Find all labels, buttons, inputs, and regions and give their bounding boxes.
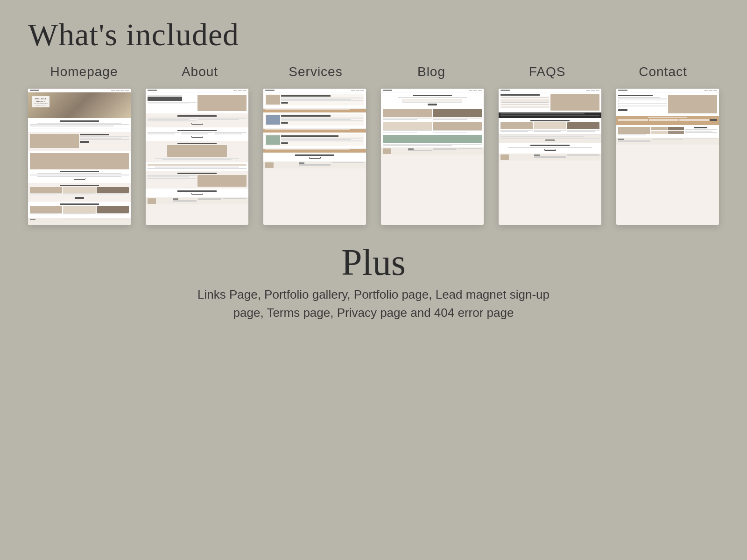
nav-link-3 [243,90,247,91]
blog-img-5 [383,135,482,143]
services-footer [263,161,366,168]
mock-line [383,145,452,146]
about-faq [146,189,248,197]
service-btn-1 [281,102,288,104]
mock-footer [28,218,131,225]
mock-svc-3 [97,206,129,216]
mock-line [383,130,432,131]
contact-band-inputs [618,119,717,121]
main-container: What's included Homepage About Services … [0,0,747,560]
footer-col-3 [567,154,599,156]
mock-thumb-1 [30,187,62,193]
blog-img-1 [383,109,432,117]
faq-line-1 [501,98,549,98]
cta-col-1 [148,132,180,135]
faq-line-5 [501,107,549,107]
blog-subscribe-btn [428,104,437,105]
nav-link-2 [238,90,242,91]
band-input-2 [649,119,679,121]
footer-link [63,221,96,221]
about-cta-section [146,127,248,141]
gallery-sm-4 [668,131,684,134]
blog-caption-1 [383,118,432,121]
mock-line [534,131,561,132]
gallery-col-2 [651,127,684,136]
mock-line [80,136,129,137]
gallery-col-3 [685,127,717,136]
about-hero-cols [148,95,247,111]
mock-line [383,118,432,119]
faq-item-3 [500,101,550,103]
nav-link-2 [116,90,120,91]
services-faq-btn [309,157,321,159]
about-img-col [197,95,247,111]
mock-line [281,140,363,141]
about-preview [146,89,248,225]
faqs-proud-cols [500,122,599,133]
mock-line [63,195,91,196]
nav-link-2 [709,90,712,91]
nav-link-1 [586,90,590,91]
services-faq [263,153,366,161]
service-item-3 [265,134,364,146]
footer-img-1 [265,162,274,168]
mock-line [155,167,239,168]
faq-item-4 [500,104,550,105]
mock-line [398,97,467,98]
about-engaged-img [167,145,226,157]
contact-logo [618,90,627,91]
footer-img-1 [148,198,156,204]
about-faq-heading [177,190,217,192]
blog-header [381,92,484,109]
mock-line [148,175,197,176]
contact-input-2 [618,103,667,105]
faq-item-2 [500,99,550,101]
proud-img-3 [567,122,599,129]
nav-link-3 [596,90,599,91]
footer-col-1 [500,154,533,160]
faqs-preview [499,89,601,225]
service-btn-2 [281,122,288,124]
blog-subscribe [402,99,462,103]
contact-form-col [618,95,667,113]
mock-line [37,176,121,177]
mock-line [281,120,363,121]
mock-heading-5 [60,203,99,205]
mock-col-2 [63,187,95,196]
mock-line [508,147,592,148]
cta-col-2 [181,132,213,135]
label-homepage: Homepage [33,64,135,79]
footer-col-2 [299,162,331,166]
footer-link [97,219,129,219]
footer-link [30,222,62,222]
mock-svc-img-2 [63,206,95,213]
label-blog: Blog [380,64,483,79]
footer-link [299,164,331,165]
mock-line [433,118,482,119]
expect-col-2 [197,175,247,187]
mock-line [148,120,197,121]
about-text-col [148,95,197,111]
footer-link [534,157,566,158]
mock-line [30,175,129,175]
gallery-sm-1 [651,127,667,130]
mock-line [148,102,197,103]
footer-col-3 [332,162,364,163]
footer-col-3 [433,148,457,150]
proud-col-3 [567,122,599,133]
mock-line [433,119,467,120]
services-card-1 [263,92,366,109]
mock-line [281,119,351,120]
nav-link-3 [478,90,482,91]
mock-heading-4 [60,185,99,186]
mock-line [281,100,363,101]
band-input-1 [618,119,648,121]
mock-line [197,119,239,120]
services-banner [263,109,366,112]
service-text-2 [281,115,363,125]
mock-line [148,95,182,96]
mock-line [30,195,57,196]
mock-line [148,168,247,169]
footer-link [223,198,247,199]
contact-band-heading [648,117,688,118]
